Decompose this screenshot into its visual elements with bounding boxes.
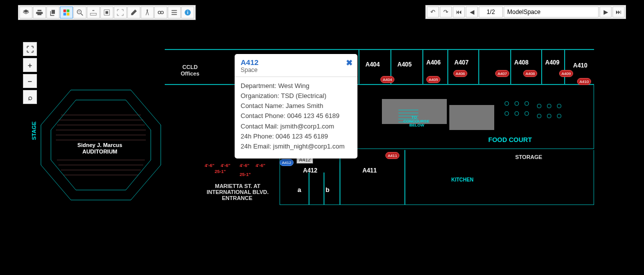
svg-rect-0 bbox=[63, 10, 66, 12]
layers-button[interactable] bbox=[19, 6, 32, 18]
room-a408: A408 bbox=[514, 59, 529, 66]
svg-text:T: T bbox=[78, 10, 80, 14]
entrance-2: INTERNATIONAL BLVD. bbox=[198, 189, 278, 195]
page-input[interactable] bbox=[479, 6, 503, 18]
popup-row: 24h Phone: 0046 123 45 6189 bbox=[241, 132, 351, 142]
popup-row: Organization: TSD (Electrical) bbox=[241, 91, 351, 101]
room-a412b: b bbox=[325, 186, 329, 194]
svg-rect-2 bbox=[63, 13, 66, 16]
fit-button[interactable] bbox=[114, 6, 127, 18]
extents-button[interactable] bbox=[100, 6, 113, 18]
entrance-3: ENTRANCE bbox=[210, 195, 265, 201]
svg-point-44 bbox=[557, 114, 561, 118]
marker-a406[interactable]: A406 bbox=[453, 70, 467, 77]
last-page-button[interactable]: ⏭ bbox=[613, 6, 625, 18]
modelspace-input[interactable] bbox=[504, 6, 599, 18]
next-page-button[interactable]: ▶ bbox=[600, 6, 612, 18]
room-a410: A410 bbox=[573, 62, 588, 69]
svg-point-36 bbox=[505, 112, 509, 116]
marker-a412[interactable]: A412 bbox=[280, 159, 294, 166]
popup-row: Contact Mail: jsmith@corp1.com bbox=[241, 122, 351, 132]
svg-point-39 bbox=[537, 104, 541, 108]
kitchen-label: KITCHEN bbox=[451, 177, 473, 182]
svg-point-35 bbox=[525, 102, 529, 106]
svg-point-40 bbox=[547, 104, 551, 108]
room-a404: A404 bbox=[365, 61, 380, 68]
zoom-in-button[interactable]: + bbox=[23, 58, 37, 72]
link-button[interactable] bbox=[154, 6, 167, 18]
svg-point-43 bbox=[547, 114, 551, 118]
room-a412a: a bbox=[298, 186, 301, 194]
marker-a410[interactable]: A410 bbox=[577, 78, 591, 85]
popup-row: 24h Email: jsmith_night@corp1.com bbox=[241, 142, 351, 152]
popup-row: Contact Phone: 0046 123 45 6189 bbox=[241, 111, 351, 121]
auditorium-label-2: AUDITORIUM bbox=[70, 148, 130, 154]
concourse-3: BELOW bbox=[409, 123, 424, 128]
close-icon[interactable]: ✖ bbox=[346, 58, 352, 68]
marker-a411[interactable]: A411 bbox=[385, 152, 399, 159]
zoom-reset-button[interactable]: ⌕ bbox=[23, 90, 37, 104]
marker-a407[interactable]: A407 bbox=[495, 70, 509, 77]
svg-rect-3 bbox=[67, 13, 69, 16]
room-a407: A407 bbox=[454, 59, 469, 66]
room-a406: A406 bbox=[426, 59, 441, 66]
undo-button[interactable]: ↶ bbox=[427, 6, 439, 18]
room-a411: A411 bbox=[362, 167, 377, 174]
svg-point-33 bbox=[505, 102, 509, 106]
fullscreen-button[interactable]: ⛶ bbox=[23, 42, 37, 56]
zoom-minus-button[interactable] bbox=[87, 6, 100, 18]
eraser-button[interactable] bbox=[127, 6, 140, 18]
redo-button[interactable]: ↷ bbox=[440, 6, 452, 18]
first-page-button[interactable]: ⏮ bbox=[453, 6, 465, 18]
compass-button[interactable] bbox=[141, 6, 154, 18]
space-popup: A412 Space ✖ Department: West Wing Organ… bbox=[235, 54, 357, 158]
svg-point-41 bbox=[557, 104, 561, 108]
food-court-label: FOOD COURT bbox=[488, 136, 532, 144]
popup-row: Department: West Wing bbox=[241, 81, 351, 91]
svg-point-12 bbox=[158, 11, 161, 14]
ccld-label: CCLD Offices bbox=[181, 64, 199, 76]
svg-line-5 bbox=[81, 14, 83, 16]
print-button[interactable] bbox=[33, 6, 46, 18]
page-nav: ↶ ↷ ⏮ ◀ ▶ ⏭ bbox=[425, 5, 626, 19]
list-button[interactable] bbox=[168, 6, 181, 18]
popup-title: A412 bbox=[241, 58, 351, 66]
svg-rect-10 bbox=[105, 11, 108, 14]
room-a412: A412 bbox=[303, 167, 318, 174]
svg-text:i: i bbox=[187, 10, 188, 15]
room-a409: A409 bbox=[545, 59, 560, 66]
stage-label: STAGE bbox=[31, 122, 37, 140]
zoom-text-button[interactable]: T bbox=[73, 6, 86, 18]
storage-label: STORAGE bbox=[515, 154, 542, 160]
copy-button[interactable] bbox=[46, 6, 59, 18]
entrance-1: MARIETTA ST. AT bbox=[203, 183, 273, 189]
popup-row: Contact Name: James Smith bbox=[241, 101, 351, 111]
marker-a409[interactable]: A409 bbox=[559, 70, 573, 77]
seating-grid-icon bbox=[499, 96, 574, 136]
svg-point-37 bbox=[515, 112, 519, 116]
room-a405: A405 bbox=[397, 61, 412, 68]
zoom-controls: ⛶ + − ⌕ bbox=[23, 42, 37, 104]
svg-point-11 bbox=[147, 10, 148, 11]
zoom-out-button[interactable]: − bbox=[23, 74, 37, 88]
multiview-button[interactable] bbox=[60, 6, 73, 18]
marker-a405[interactable]: A405 bbox=[426, 76, 440, 83]
auditorium-label-1: Sidney J. Marcus bbox=[70, 142, 130, 148]
popup-subtitle: Space bbox=[241, 66, 351, 74]
prev-page-button[interactable]: ◀ bbox=[466, 6, 478, 18]
svg-rect-1 bbox=[67, 10, 69, 12]
popup-body: Department: West Wing Organization: TSD … bbox=[235, 77, 357, 158]
svg-rect-7 bbox=[90, 13, 96, 15]
svg-point-42 bbox=[537, 114, 541, 118]
toolbar: T i bbox=[18, 5, 196, 20]
info-button[interactable]: i bbox=[181, 6, 194, 18]
svg-point-38 bbox=[525, 112, 529, 116]
svg-point-13 bbox=[161, 11, 163, 14]
marker-a408[interactable]: A408 bbox=[523, 70, 537, 77]
marker-a404[interactable]: A404 bbox=[380, 76, 394, 83]
svg-point-34 bbox=[515, 102, 519, 106]
